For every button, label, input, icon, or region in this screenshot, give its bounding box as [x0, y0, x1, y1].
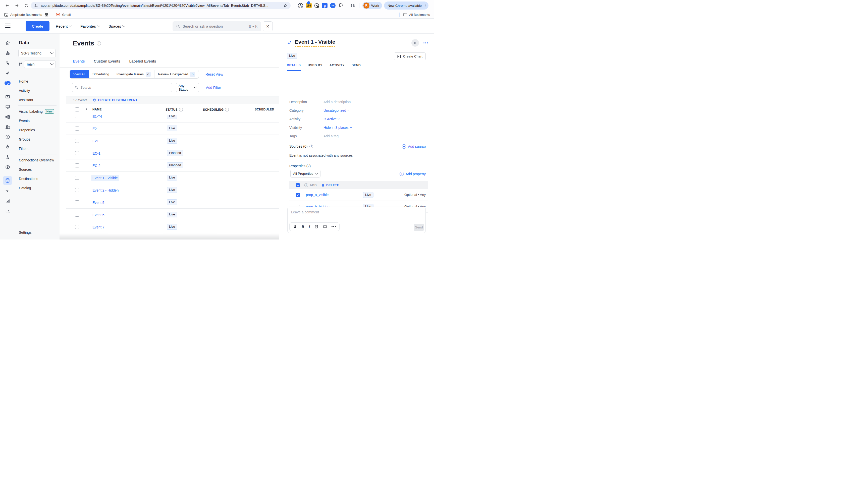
table-row[interactable]: EC-2 Planned [66, 159, 279, 172]
description-field[interactable]: Add a description [323, 100, 351, 104]
bulk-add-button[interactable]: +ADD [304, 183, 317, 187]
zoom-extension-icon[interactable]: zm [330, 2, 336, 8]
activity-select[interactable]: Is Active [323, 117, 340, 121]
watcher-avatar-icon[interactable] [411, 39, 419, 47]
table-row[interactable]: E1-T4 Live [66, 115, 279, 123]
menu-favorites[interactable]: Favorites [81, 19, 100, 34]
row-checkbox[interactable] [75, 225, 79, 229]
event-link[interactable]: Event 6 [91, 212, 106, 218]
apps-grid-icon[interactable] [44, 13, 49, 17]
properties-filter-select[interactable]: All Properties [290, 170, 320, 178]
objects-icon[interactable] [3, 49, 12, 58]
table-row[interactable]: E2 Live [66, 123, 279, 135]
flows-icon[interactable] [3, 112, 12, 121]
back-button[interactable] [3, 2, 11, 9]
tab-labeled-events[interactable]: Labeled Events [129, 59, 156, 67]
screens-icon[interactable] [3, 102, 12, 111]
tab-used-by[interactable]: USED BY [308, 64, 322, 71]
row-checkbox[interactable] [75, 213, 79, 217]
reload-button[interactable] [23, 2, 30, 9]
bookmark-star-icon[interactable] [283, 3, 287, 8]
activation-icon[interactable] [3, 142, 12, 151]
event-link[interactable]: EC-2 [91, 163, 102, 168]
sidebar-item-connections-overview[interactable]: Connections Overview [15, 155, 60, 165]
expand-chevron-icon[interactable] [84, 107, 87, 110]
property-checkbox[interactable] [296, 193, 300, 197]
mention-user-icon[interactable] [293, 225, 297, 229]
visual-labeling-icon[interactable] [3, 59, 12, 67]
segment-scheduling[interactable]: Scheduling [89, 70, 113, 78]
tab-details[interactable]: DETAILS [287, 64, 301, 71]
row-checkbox[interactable] [75, 127, 79, 131]
sidebar-item-groups[interactable]: Groups [15, 134, 60, 144]
table-row[interactable]: EC-1 Planned [66, 147, 279, 159]
row-checkbox[interactable] [75, 188, 79, 192]
row-checkbox[interactable] [75, 139, 79, 143]
tags-field[interactable]: Add a tag [323, 134, 339, 138]
chrome-menu-icon[interactable] [424, 3, 427, 8]
row-checkbox[interactable] [75, 176, 79, 180]
create-button[interactable]: Create [26, 21, 50, 31]
add-source-link[interactable]: + Add source [402, 145, 426, 149]
tab-search-icon[interactable] [350, 2, 356, 8]
event-link[interactable]: E2T [91, 138, 100, 144]
audiences-icon[interactable] [3, 122, 12, 131]
event-link[interactable]: Event 2 - Hidden [91, 188, 120, 193]
close-search-button[interactable]: ✕ [263, 21, 273, 31]
row-checkbox[interactable] [75, 200, 79, 204]
reset-view-link[interactable]: Reset View [206, 72, 223, 76]
sidebar-item-settings[interactable]: Settings [19, 230, 32, 234]
tab-custom-events[interactable]: Custom Events [94, 59, 120, 67]
discover-icon[interactable] [3, 162, 12, 171]
menu-recent[interactable]: Recent [56, 19, 71, 34]
add-filter-link[interactable]: Add Filter [206, 86, 221, 90]
image-icon[interactable] [323, 225, 327, 229]
more-formatting-icon[interactable] [332, 226, 336, 227]
sidebar-item-properties[interactable]: Properties [15, 125, 60, 134]
grammarly-extension-icon[interactable]: g [322, 2, 328, 8]
url-bar[interactable]: app.amplitude.com/data/amplitude/SG-3%20… [31, 2, 290, 9]
site-controls-icon[interactable] [34, 3, 38, 8]
table-row[interactable]: Event 6 Live [66, 209, 279, 221]
column-name[interactable]: NAME [92, 108, 102, 111]
amplitude-logo-icon[interactable] [3, 78, 12, 88]
sidebar-item-destinations[interactable]: Destinations [15, 174, 60, 183]
all-bookmarks[interactable]: All Bookmarks [403, 12, 430, 17]
table-row-selected[interactable]: Event 1 - Visible Live [66, 172, 279, 184]
ai-sparkle-icon[interactable] [287, 40, 292, 46]
table-row[interactable]: Event 7 Live [66, 221, 279, 233]
status-filter-select[interactable]: Any Status [176, 83, 199, 92]
row-checkbox[interactable] [75, 115, 79, 118]
frame-icon[interactable] [3, 196, 12, 205]
segment-view-all[interactable]: View All [70, 70, 89, 78]
chrome-update-pill[interactable]: New Chrome available [384, 1, 429, 9]
send-button[interactable]: Send [414, 224, 424, 231]
sync-icon[interactable] [3, 206, 12, 215]
home-icon[interactable] [3, 38, 12, 47]
data-icon[interactable] [3, 176, 12, 185]
more-menu-icon[interactable] [424, 42, 428, 43]
tab-events[interactable]: Events [73, 59, 85, 67]
column-status[interactable]: STATUSi [165, 108, 183, 111]
sidebar-item-visual-labeling[interactable]: Visual LabelingNew [15, 107, 60, 116]
table-row[interactable]: Event 5 Live [66, 196, 279, 209]
sidebar-item-activity[interactable]: Activity [15, 86, 60, 95]
row-checkbox[interactable] [75, 151, 79, 155]
create-chart-button[interactable]: Create Chart [394, 53, 426, 60]
table-search[interactable] [72, 83, 172, 92]
sidebar-item-filters[interactable]: Filters [15, 144, 60, 153]
sidebar-item-events[interactable]: Events [15, 116, 60, 125]
global-search[interactable]: ⌘ + K [173, 21, 261, 31]
experiment-icon[interactable] [3, 152, 12, 161]
sidebar-item-assistant[interactable]: Assistant [15, 95, 60, 104]
ai-sparkles-icon[interactable] [3, 68, 12, 77]
category-select[interactable]: Uncategorized [323, 108, 349, 113]
hamburger-menu-icon[interactable] [5, 24, 10, 28]
segment-investigate-issues[interactable]: Investigate Issues✓ [113, 70, 154, 78]
bulk-delete-button[interactable]: DELETE [321, 183, 339, 187]
create-custom-event-link[interactable]: CREATE CUSTOM EVENT [93, 98, 137, 102]
sidebar-item-catalog[interactable]: Catalog [15, 183, 60, 193]
italic-button[interactable]: I [309, 225, 310, 229]
session-replay-icon[interactable] [3, 132, 12, 141]
add-property-link[interactable]: + Add property [400, 172, 426, 176]
